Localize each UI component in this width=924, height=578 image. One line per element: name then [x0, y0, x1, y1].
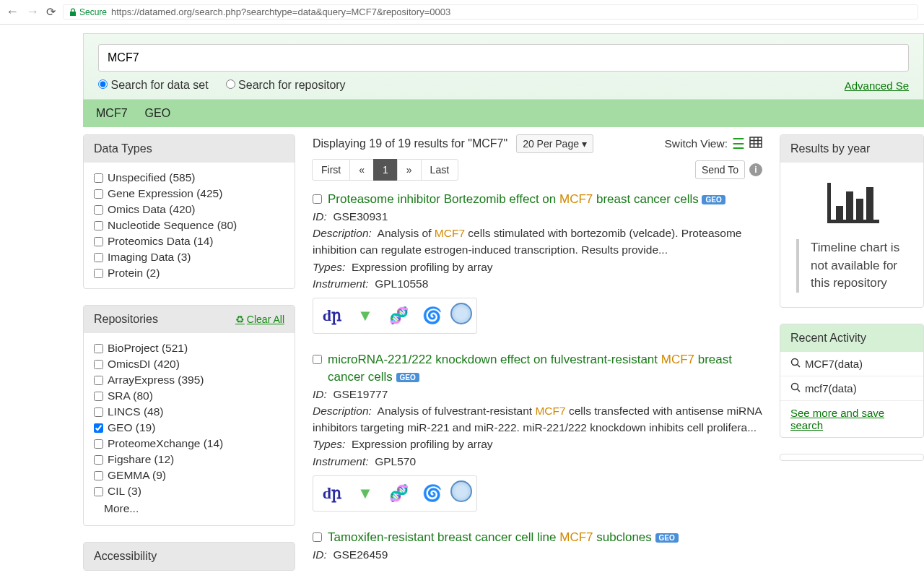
filter-breadcrumb: MCF7 GEO [83, 100, 924, 127]
svg-line-12 [798, 364, 801, 367]
svg-point-13 [792, 383, 798, 389]
grid-view-icon[interactable] [749, 137, 762, 151]
facet-item[interactable]: GEMMA (9) [94, 467, 284, 483]
svg-line-14 [798, 389, 801, 392]
breadcrumb-repo: GEO [145, 107, 171, 120]
switch-view: Switch View: ☰ [664, 135, 762, 152]
search-result: Proteasome inhibitor Bortezomib effect o… [313, 191, 762, 334]
repo-badge: GEO [702, 195, 725, 204]
panel-header: Results by year [780, 135, 923, 163]
facet-item[interactable]: Omics Data (420) [94, 202, 284, 217]
recent-activity-item[interactable]: mcf7(data) [780, 376, 923, 401]
facet-item[interactable]: Nucleotide Sequence (80) [94, 217, 284, 233]
search-panel: Search for data set Search for repositor… [83, 33, 924, 100]
send-to-dropdown[interactable]: Send To [695, 160, 745, 179]
svg-rect-7 [836, 206, 843, 220]
facet-accessibility: Accessibility [83, 542, 295, 571]
search-input[interactable] [98, 44, 909, 72]
pager-last[interactable]: Last [421, 159, 458, 181]
result-title-link[interactable]: Proteasome inhibitor Bortezomib effect o… [328, 192, 699, 206]
pager-next[interactable]: » [397, 159, 422, 181]
search-result: microRNA-221/222 knockdown effect on ful… [313, 351, 762, 512]
dna-icon[interactable]: 🧬 [384, 480, 413, 506]
facet-item[interactable]: LINCS (48) [94, 404, 284, 420]
radio-dataset[interactable]: Search for data set [98, 79, 209, 92]
facet-item[interactable]: ProteomeXchange (14) [94, 436, 284, 452]
facet-item[interactable]: Gene Expression (425) [94, 186, 284, 202]
facet-item[interactable]: ArrayExpress (395) [94, 372, 284, 388]
timeline-unavailable-msg: Timeline chart is not available for this… [796, 239, 907, 293]
reload-button[interactable]: ⟳ [46, 5, 56, 19]
result-checkbox[interactable] [313, 194, 322, 204]
facet-item[interactable]: Proteomics Data (14) [94, 233, 284, 249]
result-title-link[interactable]: microRNA-221/222 knockdown effect on ful… [328, 353, 732, 384]
spiral-icon[interactable]: 🌀 [417, 480, 446, 506]
svg-rect-10 [866, 187, 873, 220]
recent-activity-panel: Recent Activity MCF7(data)mcf7(data) See… [780, 324, 924, 438]
svg-rect-8 [846, 191, 853, 220]
tree-icon[interactable]: ▼ [351, 303, 380, 329]
facet-data-types: Data Types Unspecified (585) Gene Expres… [83, 134, 295, 289]
pager-first[interactable]: First [312, 159, 350, 181]
svg-rect-0 [750, 137, 762, 147]
result-icon-strip: dր▼🧬🌀 [313, 475, 477, 512]
facet-item[interactable]: OmicsDI (420) [94, 356, 284, 372]
secure-label: Secure [79, 7, 107, 17]
breadcrumb-term: MCF7 [96, 107, 128, 120]
list-view-icon[interactable]: ☰ [732, 135, 745, 152]
pager-prev[interactable]: « [349, 159, 374, 181]
back-button[interactable]: ← [6, 4, 19, 20]
facet-header: Data Types [84, 135, 295, 163]
facet-header: Repositories ♻Clear All [84, 306, 295, 333]
facet-item[interactable]: GEO (19) [94, 420, 284, 436]
facet-repositories: Repositories ♻Clear All BioProject (521)… [83, 305, 295, 526]
info-icon[interactable]: i [749, 163, 762, 176]
see-more-link[interactable]: See more and save search [780, 401, 923, 437]
advanced-search-link[interactable]: Advanced Se [845, 79, 909, 92]
facet-header: Accessibility [84, 543, 295, 570]
result-checkbox[interactable] [313, 532, 322, 542]
dna-icon[interactable]: 🧬 [384, 303, 413, 329]
panel-header: Recent Activity [780, 324, 923, 352]
url-text: https://datamed.org/search.php?searchtyp… [111, 7, 450, 17]
facet-item[interactable]: Figshare (12) [94, 452, 284, 467]
facet-item[interactable]: CIL (3) [94, 483, 284, 499]
address-bar[interactable]: Secure https://datamed.org/search.php?se… [63, 4, 918, 20]
forward-button[interactable]: → [26, 4, 39, 20]
svg-point-11 [792, 358, 798, 365]
facet-item[interactable]: SRA (80) [94, 388, 284, 404]
petri-icon[interactable] [450, 303, 472, 324]
recycle-icon: ♻ [235, 314, 245, 325]
dht-icon[interactable]: dր [318, 303, 346, 329]
result-title-link[interactable]: Tamoxifen-resistant breast cancer cell l… [328, 530, 652, 544]
facet-item[interactable]: Unspecified (585) [94, 170, 284, 186]
search-icon [790, 358, 801, 370]
facet-more[interactable]: More... [94, 499, 284, 518]
pagination: First « 1 » Last [313, 159, 458, 181]
clear-all-link[interactable]: ♻Clear All [235, 314, 284, 325]
result-icon-strip: dր▼🧬🌀 [313, 298, 477, 334]
bar-chart-icon [790, 180, 913, 226]
facet-item[interactable]: BioProject (521) [94, 340, 284, 356]
petri-icon[interactable] [450, 480, 472, 502]
search-icon [790, 382, 801, 394]
svg-rect-6 [827, 220, 879, 223]
dht-icon[interactable]: dր [318, 480, 346, 506]
caret-down-icon: ▾ [582, 138, 587, 150]
results-summary: Displaying 19 of 19 results for "MCF7" [313, 137, 507, 150]
result-checkbox[interactable] [313, 355, 322, 364]
browser-toolbar: ← → ⟳ Secure https://datamed.org/search.… [0, 0, 924, 25]
per-page-dropdown[interactable]: 20 Per Page ▾ [516, 134, 593, 153]
facet-item[interactable]: Imaging Data (3) [94, 249, 284, 265]
recent-activity-item[interactable]: MCF7(data) [780, 352, 923, 376]
svg-rect-5 [827, 183, 831, 223]
tree-icon[interactable]: ▼ [351, 480, 380, 506]
radio-repository[interactable]: Search for repository [226, 79, 346, 92]
facet-item[interactable]: Protein (2) [94, 265, 284, 281]
pager-page-1[interactable]: 1 [373, 159, 398, 181]
svg-rect-9 [856, 199, 863, 220]
spiral-icon[interactable]: 🌀 [417, 303, 446, 329]
search-result: Tamoxifen-resistant breast cancer cell l… [313, 529, 762, 563]
lock-icon: Secure [69, 7, 107, 17]
repo-badge: GEO [396, 373, 419, 382]
